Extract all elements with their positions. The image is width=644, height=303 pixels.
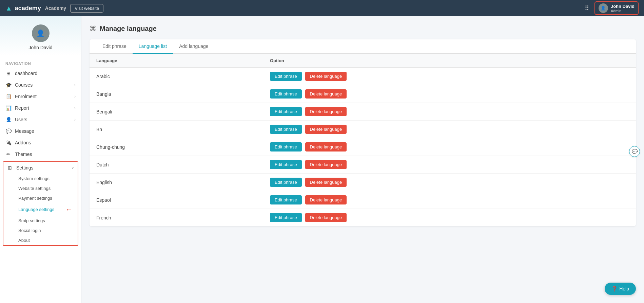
page-header: ⌘ Manage language	[90, 24, 636, 33]
option-cell: Edit phrase Delete language	[263, 121, 636, 138]
page-title: Manage language	[100, 25, 157, 33]
topnav-right: ⠿ 👤 John David Admin	[585, 1, 639, 15]
delete-language-button[interactable]: Delete language	[305, 72, 347, 81]
sidebar-sub-payment-settings[interactable]: Payment settings	[3, 193, 78, 203]
edit-phrase-button[interactable]: Edit phrase	[270, 72, 302, 81]
sidebar-sub-website-settings[interactable]: Website settings	[3, 183, 78, 193]
chevron-right-icon: ›	[74, 106, 76, 110]
sidebar-item-label: Enrolment	[15, 94, 37, 99]
avatar: 👤	[599, 3, 608, 13]
option-cell: Edit phrase Delete language	[263, 85, 636, 103]
enrolment-icon: 📋	[5, 94, 12, 99]
report-icon: 📊	[5, 105, 12, 111]
user-badge-name: John David	[611, 4, 635, 9]
sidebar-item-enrolment[interactable]: 📋 Enrolment ›	[0, 91, 81, 102]
sidebar-item-themes[interactable]: ✏ Themes	[0, 148, 81, 160]
sidebar-sub-social-login[interactable]: Social login	[3, 226, 78, 235]
settings-label: Settings	[16, 165, 34, 171]
sidebar-item-message[interactable]: 💬 Message	[0, 125, 81, 137]
help-button[interactable]: ❓ Help	[605, 283, 636, 295]
sidebar-username: John David	[5, 45, 76, 50]
themes-icon: ✏	[5, 152, 12, 157]
sub-item-label: Language settings	[18, 207, 54, 212]
edit-phrase-button[interactable]: Edit phrase	[270, 213, 302, 222]
sidebar-item-settings[interactable]: ⊞ Settings ∨	[3, 162, 78, 174]
delete-language-button[interactable]: Delete language	[305, 125, 347, 134]
language-cell: French	[90, 209, 263, 227]
sidebar-sub-about[interactable]: About	[3, 235, 78, 245]
sidebar-item-label: Courses	[15, 82, 33, 88]
edit-phrase-button[interactable]: Edit phrase	[270, 89, 302, 99]
logo-icon: ▲	[5, 4, 12, 12]
addons-icon: 🔌	[5, 140, 12, 145]
sidebar-item-users[interactable]: 👤 Users ›	[0, 114, 81, 125]
sidebar-item-label: Addons	[15, 140, 31, 145]
col-option: Option	[263, 54, 636, 68]
sidebar-item-courses[interactable]: 🎓 Courses ›	[0, 79, 81, 91]
table-row: Bengali Edit phrase Delete language	[90, 103, 636, 121]
edit-phrase-button[interactable]: Edit phrase	[270, 178, 302, 187]
tab-language-list[interactable]: Language list	[133, 39, 173, 54]
language-cell: Bangla	[90, 85, 263, 103]
option-cell: Edit phrase Delete language	[263, 209, 636, 227]
visit-website-button[interactable]: Visit website	[70, 4, 103, 13]
table-row: English Edit phrase Delete language	[90, 174, 636, 191]
users-icon: 👤	[5, 117, 12, 122]
topnav: ▲ academy Academy Visit website ⠿ 👤 John…	[0, 0, 644, 16]
table-row: Dutch Edit phrase Delete language	[90, 156, 636, 174]
edit-phrase-button[interactable]: Edit phrase	[270, 142, 302, 152]
sidebar: 👤 John David NAVIGATION ⊞ dashboard 🎓 Co…	[0, 16, 81, 303]
col-language: Language	[90, 54, 263, 68]
sub-item-label: Smtp settings	[18, 218, 45, 223]
sidebar-sub-language-settings[interactable]: Language settings ←	[3, 203, 78, 216]
table-header: Language Option	[90, 54, 636, 68]
option-cell: Edit phrase Delete language	[263, 68, 636, 85]
table-body: Arabic Edit phrase Delete language Bangl…	[90, 68, 636, 227]
delete-language-button[interactable]: Delete language	[305, 89, 347, 99]
sidebar-item-dashboard[interactable]: ⊞ dashboard	[0, 68, 81, 79]
language-table: Language Option Arabic Edit phrase Delet…	[90, 54, 636, 226]
topnav-left: ▲ academy Academy Visit website	[5, 4, 103, 13]
logo-text: academy	[15, 5, 41, 12]
topnav-logo: ▲ academy Academy	[5, 4, 66, 12]
delete-language-button[interactable]: Delete language	[305, 213, 347, 222]
edit-phrase-button[interactable]: Edit phrase	[270, 107, 302, 116]
chevron-right-icon: ›	[74, 83, 76, 87]
message-icon: 💬	[5, 128, 12, 134]
sidebar-item-label: dashboard	[15, 71, 37, 76]
sub-item-label: Payment settings	[18, 196, 52, 201]
grid-icon[interactable]: ⠿	[585, 4, 589, 12]
sidebar-sub-smtp-settings[interactable]: Smtp settings	[3, 216, 78, 226]
main-content: ⌘ Manage language Edit phrase Language l…	[81, 16, 644, 303]
language-cell: Espaol	[90, 191, 263, 209]
edit-phrase-button[interactable]: Edit phrase	[270, 195, 302, 204]
courses-icon: 🎓	[5, 82, 12, 88]
delete-language-button[interactable]: Delete language	[305, 195, 347, 204]
sidebar-item-addons[interactable]: 🔌 Addons	[0, 137, 81, 148]
sidebar-profile: 👤 John David	[0, 16, 81, 56]
edit-phrase-button[interactable]: Edit phrase	[270, 160, 302, 169]
user-badge[interactable]: 👤 John David Admin	[594, 1, 639, 15]
delete-language-button[interactable]: Delete language	[305, 107, 347, 116]
delete-language-button[interactable]: Delete language	[305, 178, 347, 187]
language-cell: Bn	[90, 121, 263, 138]
sidebar-sub-system-settings[interactable]: System settings	[3, 174, 78, 183]
delete-language-button[interactable]: Delete language	[305, 142, 347, 152]
edit-phrase-button[interactable]: Edit phrase	[270, 125, 302, 134]
table-row: Chung-chung Edit phrase Delete language	[90, 138, 636, 156]
option-cell: Edit phrase Delete language	[263, 103, 636, 121]
sidebar-item-label: Message	[15, 128, 34, 134]
dashboard-icon: ⊞	[5, 71, 12, 76]
chat-float-button[interactable]: 💬	[629, 146, 640, 157]
sidebar-item-report[interactable]: 📊 Report ›	[0, 102, 81, 114]
sub-item-label: About	[18, 238, 30, 243]
sidebar-item-label: Users	[15, 117, 27, 122]
sidebar-item-label: Report	[15, 105, 29, 111]
delete-language-button[interactable]: Delete language	[305, 160, 347, 169]
tab-edit-phrase[interactable]: Edit phrase	[96, 39, 133, 54]
chevron-right-icon: ›	[74, 117, 76, 122]
language-cell: Arabic	[90, 68, 263, 85]
sub-item-label: Website settings	[18, 186, 51, 191]
tabs: Edit phrase Language list Add language	[90, 39, 636, 54]
tab-add-language[interactable]: Add language	[173, 39, 214, 54]
